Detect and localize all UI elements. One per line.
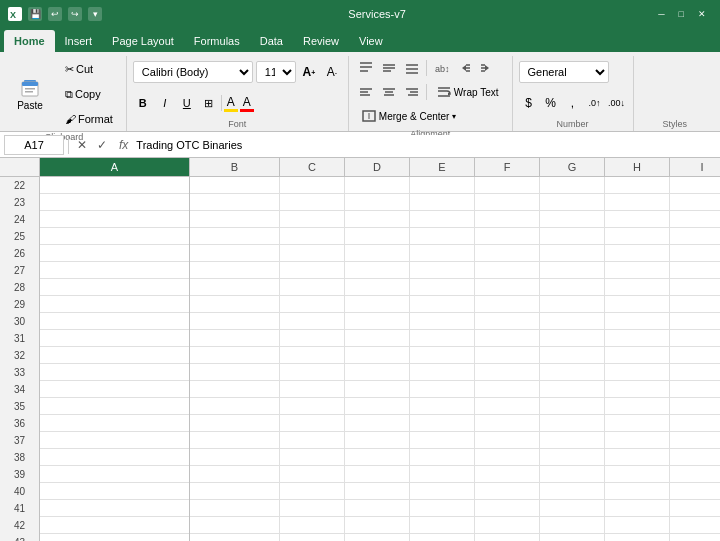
- cell-e27[interactable]: [410, 262, 475, 279]
- cell-f30[interactable]: [475, 313, 540, 330]
- cell-h35[interactable]: [605, 398, 670, 415]
- cell-g23[interactable]: [540, 194, 605, 211]
- cell-h27[interactable]: [605, 262, 670, 279]
- decimal-increase-button[interactable]: .0↑: [585, 93, 605, 113]
- row-header-31[interactable]: 31: [0, 330, 40, 347]
- cell-h24[interactable]: [605, 211, 670, 228]
- cell-e23[interactable]: [410, 194, 475, 211]
- cell-g22[interactable]: [540, 177, 605, 194]
- cell-b23[interactable]: [190, 194, 280, 211]
- minimize-button[interactable]: ─: [652, 7, 670, 21]
- cell-f36[interactable]: [475, 415, 540, 432]
- cell-i33[interactable]: [670, 364, 720, 381]
- font-size-selector[interactable]: 11: [256, 61, 296, 83]
- redo-icon[interactable]: ↪: [68, 7, 82, 21]
- cell-d43[interactable]: [345, 534, 410, 541]
- cell-c25[interactable]: [280, 228, 345, 245]
- cell-g29[interactable]: [540, 296, 605, 313]
- cell-d41[interactable]: [345, 500, 410, 517]
- cell-a37[interactable]: [40, 432, 190, 449]
- cell-i26[interactable]: [670, 245, 720, 262]
- cell-f25[interactable]: [475, 228, 540, 245]
- row-header-40[interactable]: 40: [0, 483, 40, 500]
- indent-increase-button[interactable]: [476, 58, 498, 78]
- cell-c43[interactable]: [280, 534, 345, 541]
- cell-b22[interactable]: [190, 177, 280, 194]
- cell-i28[interactable]: [670, 279, 720, 296]
- cell-c22[interactable]: [280, 177, 345, 194]
- cell-b39[interactable]: [190, 466, 280, 483]
- cell-h26[interactable]: [605, 245, 670, 262]
- dollar-button[interactable]: $: [519, 93, 539, 113]
- cell-e33[interactable]: [410, 364, 475, 381]
- cell-b40[interactable]: [190, 483, 280, 500]
- row-header-41[interactable]: 41: [0, 500, 40, 517]
- cell-i30[interactable]: [670, 313, 720, 330]
- cell-a22[interactable]: [40, 177, 190, 194]
- cell-c29[interactable]: [280, 296, 345, 313]
- formula-bar-buttons[interactable]: ✕ ✓: [73, 136, 111, 154]
- cell-i24[interactable]: [670, 211, 720, 228]
- customize-icon[interactable]: ▾: [88, 7, 102, 21]
- cell-b25[interactable]: [190, 228, 280, 245]
- cell-d31[interactable]: [345, 330, 410, 347]
- cell-i37[interactable]: [670, 432, 720, 449]
- cell-g35[interactable]: [540, 398, 605, 415]
- cell-a26[interactable]: [40, 245, 190, 262]
- cell-h25[interactable]: [605, 228, 670, 245]
- merge-center-dropdown-icon[interactable]: ▾: [452, 112, 456, 121]
- cell-i29[interactable]: [670, 296, 720, 313]
- cell-h41[interactable]: [605, 500, 670, 517]
- cell-h33[interactable]: [605, 364, 670, 381]
- cell-d40[interactable]: [345, 483, 410, 500]
- row-header-33[interactable]: 33: [0, 364, 40, 381]
- col-header-f[interactable]: F: [475, 158, 540, 176]
- cell-d27[interactable]: [345, 262, 410, 279]
- cell-g40[interactable]: [540, 483, 605, 500]
- cell-e30[interactable]: [410, 313, 475, 330]
- cell-a34[interactable]: [40, 381, 190, 398]
- cell-f29[interactable]: [475, 296, 540, 313]
- cell-b32[interactable]: [190, 347, 280, 364]
- col-header-d[interactable]: D: [345, 158, 410, 176]
- cell-e35[interactable]: [410, 398, 475, 415]
- row-header-43[interactable]: 43: [0, 534, 40, 541]
- cell-i25[interactable]: [670, 228, 720, 245]
- cell-g33[interactable]: [540, 364, 605, 381]
- cell-c35[interactable]: [280, 398, 345, 415]
- cell-e31[interactable]: [410, 330, 475, 347]
- cell-i36[interactable]: [670, 415, 720, 432]
- cell-a35[interactable]: [40, 398, 190, 415]
- percent-button[interactable]: %: [541, 93, 561, 113]
- cell-b36[interactable]: [190, 415, 280, 432]
- cell-h23[interactable]: [605, 194, 670, 211]
- save-icon[interactable]: 💾: [28, 7, 42, 21]
- indent-decrease-button[interactable]: [453, 58, 475, 78]
- cell-i34[interactable]: [670, 381, 720, 398]
- cell-i40[interactable]: [670, 483, 720, 500]
- tab-insert[interactable]: Insert: [55, 30, 103, 52]
- row-header-34[interactable]: 34: [0, 381, 40, 398]
- formula-enter-button[interactable]: ✓: [93, 136, 111, 154]
- col-header-a[interactable]: A: [40, 158, 190, 176]
- cell-c40[interactable]: [280, 483, 345, 500]
- cell-e25[interactable]: [410, 228, 475, 245]
- cell-e32[interactable]: [410, 347, 475, 364]
- row-header-27[interactable]: 27: [0, 262, 40, 279]
- cell-g34[interactable]: [540, 381, 605, 398]
- cell-a38[interactable]: [40, 449, 190, 466]
- cell-h22[interactable]: [605, 177, 670, 194]
- cell-a25[interactable]: [40, 228, 190, 245]
- cell-d26[interactable]: [345, 245, 410, 262]
- cell-f42[interactable]: [475, 517, 540, 534]
- cell-f27[interactable]: [475, 262, 540, 279]
- cell-f28[interactable]: [475, 279, 540, 296]
- cell-i35[interactable]: [670, 398, 720, 415]
- col-header-b[interactable]: B: [190, 158, 280, 176]
- border-button[interactable]: ⊞: [199, 93, 219, 113]
- cell-i42[interactable]: [670, 517, 720, 534]
- cell-f32[interactable]: [475, 347, 540, 364]
- cell-g28[interactable]: [540, 279, 605, 296]
- cell-a32[interactable]: [40, 347, 190, 364]
- col-header-e[interactable]: E: [410, 158, 475, 176]
